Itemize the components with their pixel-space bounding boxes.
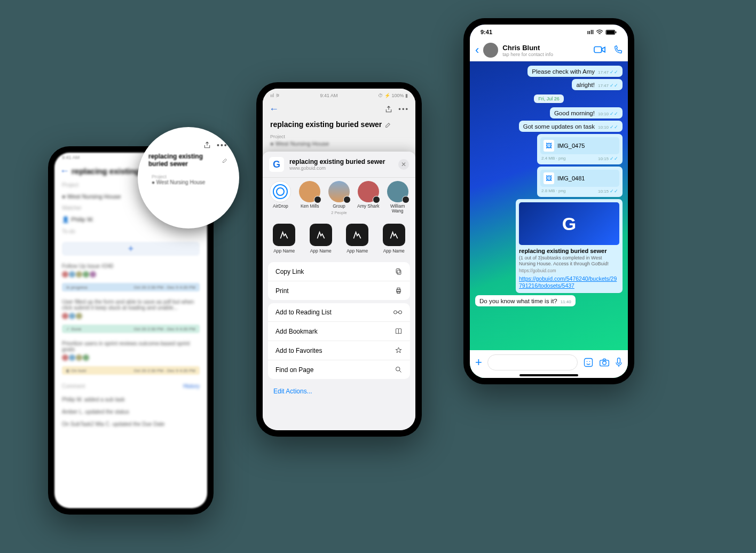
reading-list-action[interactable]: Add to Reading List xyxy=(268,303,410,322)
edit-icon[interactable] xyxy=(385,121,392,128)
svg-point-16 xyxy=(603,361,607,365)
glasses-icon xyxy=(393,309,403,315)
comment-item: On SubTask2 Mia C. updated the Due Date xyxy=(54,418,207,430)
svg-rect-4 xyxy=(397,291,400,294)
svg-point-13 xyxy=(587,361,588,362)
svg-rect-0 xyxy=(397,270,401,274)
app-target[interactable]: App Name xyxy=(377,224,412,254)
file-icon: 🖼 xyxy=(544,140,554,152)
comment-item: Amber L. updated the status xyxy=(54,406,207,418)
wifi-icon xyxy=(596,29,603,35)
svg-rect-12 xyxy=(585,359,593,367)
svg-rect-17 xyxy=(618,358,620,364)
svg-rect-1 xyxy=(396,269,400,273)
page-title-zoom: replacing existing buried sewer xyxy=(148,153,219,168)
contact-name[interactable]: Chris Blunt xyxy=(502,44,553,52)
contact-target[interactable]: Group 2 People xyxy=(326,181,353,215)
home-indicator[interactable] xyxy=(519,374,578,376)
more-icon[interactable]: ••• xyxy=(398,105,409,113)
back-icon[interactable]: ← xyxy=(60,165,69,177)
comment-item: Philip W. added a sub task xyxy=(54,393,207,406)
print-icon xyxy=(395,287,403,295)
svg-point-5 xyxy=(394,311,397,314)
mic-icon[interactable] xyxy=(615,357,623,368)
signal-icon: ııll xyxy=(587,29,594,35)
more-icon[interactable]: ••• xyxy=(217,141,225,149)
app-target[interactable]: App Name xyxy=(267,224,302,254)
bookmark-action[interactable]: Add Bookmark xyxy=(268,322,410,341)
share-url: www.gobuid.com xyxy=(289,165,393,171)
back-icon[interactable]: ‹ xyxy=(475,43,479,57)
message-out[interactable]: alright!17:47✓✓ xyxy=(572,79,623,90)
find-action[interactable]: Find on Page xyxy=(268,360,410,379)
svg-rect-10 xyxy=(616,31,617,33)
attach-icon[interactable]: + xyxy=(475,356,482,369)
favorites-action[interactable]: Add to Favorites xyxy=(268,341,410,360)
camera-icon[interactable] xyxy=(599,358,610,367)
voice-call-icon[interactable] xyxy=(613,45,623,55)
edit-icon[interactable] xyxy=(222,157,229,163)
phone-share-sheet: ııl ⚞9:41 AM⏱ ⚡ 100% ▮ ← ••• replacing e… xyxy=(256,82,422,437)
message-in[interactable]: Do you know what time is it?11:40 xyxy=(475,295,576,306)
copy-icon xyxy=(395,267,403,275)
message-out[interactable]: Good morning!10:10✓✓ xyxy=(550,107,623,118)
link-preview-image: G xyxy=(519,202,619,245)
message-out[interactable]: Please check with Amy17:47✓✓ xyxy=(527,66,623,77)
add-todo-button[interactable]: + xyxy=(62,242,200,256)
contact-target[interactable]: Amy Shark xyxy=(355,181,382,215)
share-sheet: G replacing existing buried sewer www.go… xyxy=(263,152,415,430)
video-call-icon[interactable] xyxy=(594,45,605,55)
svg-point-6 xyxy=(399,311,402,314)
copy-link-action[interactable]: Copy Link xyxy=(268,262,410,281)
link-title: replacing existing buried sewer xyxy=(519,248,619,254)
page-title: replacing existing buried sewer xyxy=(270,120,382,129)
share-title: replacing existing buried sewer xyxy=(289,158,393,165)
todo-item[interactable]: Prioritize users in sprint reviews outco… xyxy=(54,337,207,365)
chat-header: ‹ Chris Blunt tap here for contact info xyxy=(470,40,628,61)
project-label: Project xyxy=(263,133,415,139)
attachment-message[interactable]: 🖼IMG_0481 2.8 MB · png10:15✓✓ xyxy=(537,167,623,197)
svg-rect-3 xyxy=(397,288,400,290)
app-target[interactable]: App Name xyxy=(304,224,338,254)
share-icon[interactable] xyxy=(384,105,393,114)
link-source: https://gobuid.com xyxy=(519,268,619,273)
contact-target[interactable]: William Wang xyxy=(384,181,411,215)
magnifier-zoom: ••• replacing existing buried sewer Proj… xyxy=(138,127,239,228)
book-icon xyxy=(395,327,403,335)
link-preview-message[interactable]: G replacing existing buried sewer (1 out… xyxy=(516,199,623,293)
share-apps-row: App Name App Name App Name App Name xyxy=(263,218,415,259)
sticker-icon[interactable] xyxy=(583,357,594,368)
status-bar: 9:41 ııll xyxy=(470,25,628,40)
link-url[interactable]: https://gobuid.com/5476240/buckets/29791… xyxy=(519,275,619,290)
status-bar: ııl ⚞9:41 AM⏱ ⚡ 100% ▮ xyxy=(263,89,415,100)
app-target[interactable]: App Name xyxy=(340,224,375,254)
airdrop-target[interactable]: AirDrop xyxy=(267,181,294,215)
svg-point-14 xyxy=(589,361,590,362)
avatar[interactable] xyxy=(483,43,498,58)
link-description: (1 out of 3)subtasks completed in West N… xyxy=(519,255,619,267)
chat-messages[interactable]: Please check with Amy17:47✓✓ alright!17:… xyxy=(470,61,628,311)
phone-chat: 9:41 ııll ‹ Chris Blunt tap here for con… xyxy=(463,18,634,384)
history-link[interactable]: History xyxy=(183,383,200,389)
contact-subtitle: tap here for contact info xyxy=(502,52,553,57)
message-input[interactable] xyxy=(487,354,578,370)
svg-rect-11 xyxy=(594,47,602,53)
svg-rect-9 xyxy=(607,30,615,34)
battery-icon xyxy=(605,29,617,35)
date-separator: Fri, Jul 26 xyxy=(534,94,564,103)
share-icon[interactable] xyxy=(203,141,211,149)
attachment-message[interactable]: 🖼IMG_0475 2.4 MB · png10:15✓✓ xyxy=(537,134,623,164)
print-action[interactable]: Print xyxy=(268,281,410,300)
close-icon[interactable]: ✕ xyxy=(398,159,409,170)
contact-target[interactable]: Ken Mills xyxy=(296,181,324,215)
todo-item[interactable]: Follow Up Issue #240 xyxy=(54,260,207,282)
app-logo-icon: G xyxy=(269,157,284,172)
svg-point-7 xyxy=(396,367,400,372)
edit-actions-link[interactable]: Edit Actions... xyxy=(263,382,415,400)
star-icon xyxy=(395,346,403,354)
message-out[interactable]: Got some updates on task10:10✓✓ xyxy=(519,121,623,132)
back-icon[interactable]: ← xyxy=(269,104,279,115)
todo-item[interactable]: User filled up the form and able to save… xyxy=(54,296,207,323)
share-targets-row: AirDrop Ken Mills Group 2 People Amy Sha… xyxy=(263,177,415,218)
file-icon: 🖼 xyxy=(544,172,554,184)
